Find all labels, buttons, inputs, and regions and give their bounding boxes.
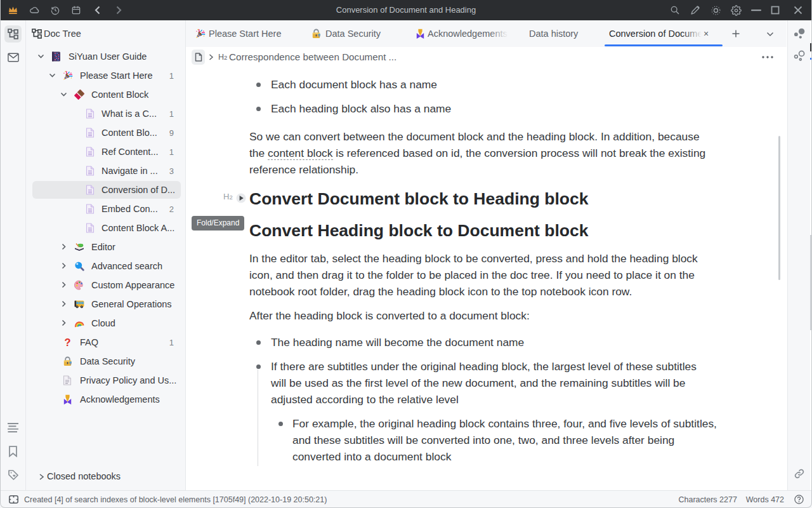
svg-text:?: ?	[64, 337, 70, 347]
